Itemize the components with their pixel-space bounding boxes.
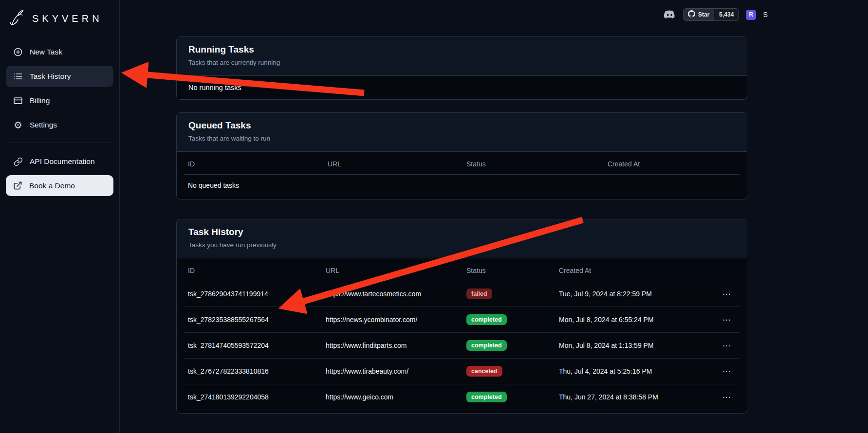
user-name: S: [763, 11, 767, 18]
sidebar-item-new-task[interactable]: New Task: [6, 41, 113, 63]
task-history-row[interactable]: tsk_276727822333810816 https://www.tirab…: [184, 359, 739, 384]
github-star-count: 5,434: [714, 9, 739, 20]
brand-logo: SKYVERN: [6, 7, 113, 41]
queued-tasks-empty-row: No queued tasks: [184, 175, 739, 197]
queued-tasks-header: Queued Tasks Tasks that are waiting to r…: [177, 113, 747, 152]
discord-icon[interactable]: [663, 8, 676, 21]
running-tasks-header: Running Tasks Tasks that are currently r…: [177, 37, 747, 76]
task-id: tsk_278147405593572204: [184, 333, 322, 359]
queued-tasks-card: Queued Tasks Tasks that are waiting to r…: [176, 112, 747, 199]
link-icon: [13, 157, 23, 166]
row-actions-button[interactable]: ⋯: [720, 314, 734, 325]
task-history-row[interactable]: tsk_274180139292204058 https://www.geico…: [184, 384, 739, 410]
task-url: https://www.finditparts.com: [322, 333, 462, 359]
column-header-url: URL: [322, 260, 462, 281]
running-tasks-title: Running Tasks: [188, 44, 735, 55]
task-history-subtitle: Tasks you have run previously: [188, 241, 735, 249]
task-url: https://www.tartecosmetics.com: [322, 281, 462, 307]
task-url: https://www.geico.com: [322, 384, 462, 410]
credit-card-icon: [13, 96, 23, 106]
task-history-row[interactable]: tsk_278235388555267564 https://news.ycom…: [184, 307, 739, 333]
task-id: tsk_278235388555267564: [184, 307, 322, 333]
github-star-label: Star: [698, 11, 709, 18]
task-created-at: Thu, Jul 4, 2024 at 5:25:16 PM: [555, 359, 716, 384]
column-header-id: ID: [184, 154, 324, 175]
column-header-url: URL: [324, 154, 462, 175]
column-header-actions: [716, 260, 739, 281]
column-header-status: Status: [462, 154, 604, 175]
sidebar-item-settings[interactable]: ⚙ Settings: [6, 114, 113, 136]
sidebar-item-label: API Documentation: [30, 157, 95, 166]
sidebar: SKYVERN New Task Task History Billing ⚙ …: [0, 0, 120, 433]
skyvern-logo-icon: [9, 9, 27, 29]
sidebar-item-label: Task History: [30, 72, 71, 81]
column-header-created: Created At: [555, 260, 716, 281]
sidebar-item-task-history[interactable]: Task History: [6, 66, 113, 87]
column-header-status: Status: [462, 260, 555, 281]
github-star-button[interactable]: Star 5,434: [683, 8, 739, 21]
plus-circle-icon: [13, 47, 23, 57]
status-badge: canceled: [466, 366, 502, 377]
brand-name: SKYVERN: [32, 13, 103, 24]
row-actions-button[interactable]: ⋯: [720, 391, 734, 403]
task-id: tsk_276727822333810816: [184, 359, 322, 384]
sidebar-divider: [8, 143, 111, 143]
status-badge: completed: [466, 314, 507, 325]
running-tasks-card: Running Tasks Tasks that are currently r…: [176, 36, 747, 100]
gear-icon: ⚙: [13, 120, 23, 130]
queued-tasks-title: Queued Tasks: [188, 120, 735, 131]
main-content: Running Tasks Tasks that are currently r…: [176, 36, 747, 414]
queued-tasks-subtitle: Tasks that are waiting to run: [188, 135, 735, 142]
row-actions-button[interactable]: ⋯: [720, 340, 734, 351]
task-created-at: Thu, Jun 27, 2024 at 8:38:58 PM: [555, 384, 716, 410]
task-id: tsk_278629043741199914: [184, 281, 322, 307]
sidebar-item-label: Billing: [30, 96, 50, 105]
task-url: https://www.tirabeauty.com/: [322, 359, 462, 384]
book-a-demo-label: Book a Demo: [29, 181, 75, 190]
queued-tasks-empty-state: No queued tasks: [184, 175, 739, 197]
running-tasks-subtitle: Tasks that are currently running: [188, 59, 735, 66]
sidebar-item-billing[interactable]: Billing: [6, 90, 113, 111]
task-id: tsk_274180139292204058: [184, 384, 322, 410]
queued-tasks-table: ID URL Status Created At No queued tasks: [184, 154, 739, 196]
topbar: Star 5,434 R S: [663, 8, 768, 21]
column-header-id: ID: [184, 260, 322, 281]
sidebar-item-label: New Task: [30, 48, 62, 56]
task-created-at: Mon, Jul 8, 2024 at 6:55:24 PM: [555, 307, 716, 333]
task-url: https://news.ycombinator.com/: [322, 307, 462, 333]
task-created-at: Tue, Jul 9, 2024 at 8:22:59 PM: [555, 281, 716, 307]
row-actions-button[interactable]: ⋯: [720, 365, 734, 377]
column-header-created: Created At: [604, 154, 739, 175]
list-icon: [13, 72, 23, 81]
row-actions-button[interactable]: ⋯: [720, 288, 734, 300]
task-history-card: Task History Tasks you have run previous…: [176, 219, 747, 414]
task-history-table: ID URL Status Created At tsk_27862904374…: [184, 260, 739, 410]
task-history-row[interactable]: tsk_278147405593572204 https://www.findi…: [184, 333, 739, 359]
status-badge: failed: [466, 289, 492, 300]
task-history-header: Task History Tasks you have run previous…: [177, 219, 747, 258]
task-history-row[interactable]: tsk_278629043741199914 https://www.tarte…: [184, 281, 739, 307]
task-history-title: Task History: [188, 227, 735, 237]
sidebar-item-label: Settings: [30, 121, 57, 129]
github-icon: [688, 10, 695, 19]
status-badge: completed: [466, 340, 507, 351]
external-link-icon: [13, 181, 22, 190]
running-tasks-empty-state: No running tasks: [177, 76, 747, 99]
book-a-demo-button[interactable]: Book a Demo: [6, 175, 113, 196]
status-badge: completed: [466, 392, 507, 403]
task-created-at: Mon, Jul 8, 2024 at 1:13:59 PM: [555, 333, 716, 359]
avatar[interactable]: R: [746, 10, 756, 20]
sidebar-item-api-documentation[interactable]: API Documentation: [6, 151, 113, 172]
